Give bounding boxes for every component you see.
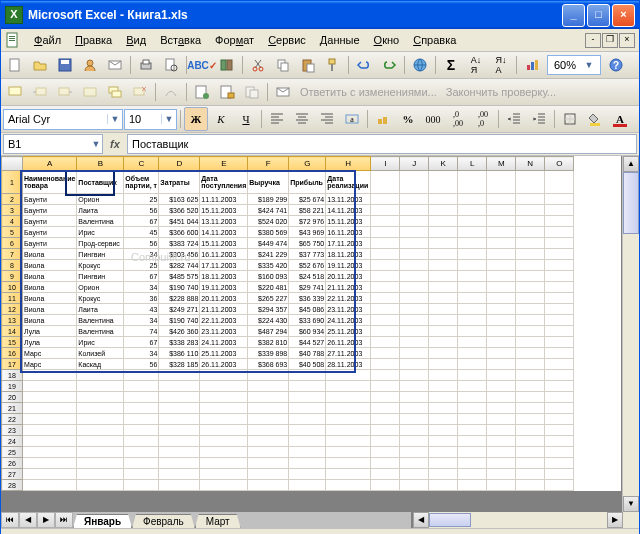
align-center-icon[interactable] bbox=[290, 107, 314, 131]
cell[interactable] bbox=[248, 469, 289, 480]
borders-icon[interactable] bbox=[558, 107, 582, 131]
cell[interactable] bbox=[487, 403, 516, 414]
row-header[interactable]: 24 bbox=[2, 436, 23, 447]
cell[interactable]: $160 093 bbox=[248, 271, 289, 282]
cell[interactable]: Марс bbox=[23, 348, 77, 359]
cell[interactable] bbox=[516, 315, 545, 326]
cell[interactable] bbox=[458, 403, 487, 414]
cell[interactable] bbox=[516, 337, 545, 348]
cell[interactable] bbox=[458, 304, 487, 315]
cell[interactable]: $265 227 bbox=[248, 293, 289, 304]
cell[interactable] bbox=[545, 304, 574, 315]
cell[interactable] bbox=[248, 480, 289, 491]
menu-window[interactable]: Окно bbox=[367, 32, 407, 48]
cell[interactable] bbox=[516, 480, 545, 491]
new-icon[interactable] bbox=[3, 53, 27, 77]
scroll-up-icon[interactable]: ▲ bbox=[623, 156, 639, 172]
cell[interactable] bbox=[516, 403, 545, 414]
cell[interactable]: 34 bbox=[124, 348, 159, 359]
cell[interactable]: $241 229 bbox=[248, 249, 289, 260]
cell[interactable] bbox=[371, 370, 400, 381]
cell[interactable] bbox=[159, 425, 200, 436]
row-header[interactable]: 15 bbox=[2, 337, 23, 348]
cell[interactable] bbox=[429, 282, 458, 293]
row-header[interactable]: 26 bbox=[2, 458, 23, 469]
cell[interactable] bbox=[23, 458, 77, 469]
row-header[interactable]: 20 bbox=[2, 392, 23, 403]
cell[interactable] bbox=[77, 381, 124, 392]
cell[interactable] bbox=[429, 447, 458, 458]
format-painter-icon[interactable] bbox=[321, 53, 345, 77]
cell[interactable]: Орион bbox=[77, 282, 124, 293]
col-header-M[interactable]: M bbox=[487, 157, 516, 171]
cell[interactable] bbox=[248, 370, 289, 381]
cell[interactable]: 27.11.2003 bbox=[326, 348, 371, 359]
sort-asc-icon[interactable]: А↓Я bbox=[464, 53, 488, 77]
research-icon[interactable] bbox=[215, 53, 239, 77]
cell[interactable] bbox=[124, 458, 159, 469]
cell[interactable]: 36 bbox=[124, 293, 159, 304]
cell[interactable] bbox=[545, 326, 574, 337]
col-header-H[interactable]: H bbox=[326, 157, 371, 171]
cell[interactable] bbox=[159, 447, 200, 458]
cell[interactable] bbox=[289, 436, 326, 447]
row-header[interactable]: 1 bbox=[2, 171, 23, 194]
cell[interactable] bbox=[487, 227, 516, 238]
cell[interactable]: Виола bbox=[23, 249, 77, 260]
cell[interactable] bbox=[516, 447, 545, 458]
cell[interactable] bbox=[516, 216, 545, 227]
font-size-combo[interactable]: ▼ bbox=[124, 109, 177, 130]
cell[interactable]: $220 481 bbox=[248, 282, 289, 293]
cell[interactable]: Виола bbox=[23, 304, 77, 315]
cell[interactable]: 23.11.2003 bbox=[200, 326, 248, 337]
cell[interactable] bbox=[200, 436, 248, 447]
cell[interactable] bbox=[326, 480, 371, 491]
cell[interactable]: Баунти bbox=[23, 238, 77, 249]
cell[interactable] bbox=[400, 447, 429, 458]
cell[interactable] bbox=[159, 403, 200, 414]
cell[interactable] bbox=[545, 205, 574, 216]
share-workbook-icon[interactable] bbox=[240, 80, 264, 104]
cell[interactable] bbox=[545, 194, 574, 205]
row-header[interactable]: 17 bbox=[2, 359, 23, 370]
cell[interactable] bbox=[124, 425, 159, 436]
cell[interactable] bbox=[516, 271, 545, 282]
sort-desc-icon[interactable]: Я↓А bbox=[489, 53, 513, 77]
cell[interactable] bbox=[371, 205, 400, 216]
row-header[interactable]: 7 bbox=[2, 249, 23, 260]
cell[interactable]: 17.11.2003 bbox=[200, 260, 248, 271]
cell[interactable] bbox=[487, 469, 516, 480]
cell[interactable] bbox=[429, 348, 458, 359]
cell[interactable] bbox=[545, 447, 574, 458]
cell[interactable]: $328 185 bbox=[159, 359, 200, 370]
cell[interactable] bbox=[248, 403, 289, 414]
cell[interactable] bbox=[371, 293, 400, 304]
cell[interactable] bbox=[429, 238, 458, 249]
cell[interactable]: 56 bbox=[124, 359, 159, 370]
cell[interactable]: 56 bbox=[124, 238, 159, 249]
cell[interactable]: Лаита bbox=[77, 304, 124, 315]
cell[interactable] bbox=[516, 392, 545, 403]
menu-insert[interactable]: Вставка bbox=[153, 32, 208, 48]
cell[interactable]: $33 690 bbox=[289, 315, 326, 326]
cell[interactable] bbox=[23, 392, 77, 403]
menu-tools[interactable]: Сервис bbox=[261, 32, 313, 48]
cell[interactable] bbox=[77, 425, 124, 436]
cell[interactable] bbox=[487, 337, 516, 348]
cell[interactable]: $366 600 bbox=[159, 227, 200, 238]
cell[interactable] bbox=[487, 425, 516, 436]
cell[interactable] bbox=[326, 425, 371, 436]
cell[interactable] bbox=[458, 293, 487, 304]
cell[interactable]: $451 044 bbox=[159, 216, 200, 227]
cell[interactable] bbox=[516, 359, 545, 370]
header-cell[interactable]: Дата реализации bbox=[326, 171, 371, 194]
cell[interactable] bbox=[23, 469, 77, 480]
zoom-combo[interactable]: 60%▼ bbox=[547, 55, 601, 75]
cell[interactable]: $282 744 bbox=[159, 260, 200, 271]
cell[interactable] bbox=[487, 458, 516, 469]
cell[interactable] bbox=[248, 436, 289, 447]
help-icon[interactable]: ? bbox=[604, 53, 628, 77]
cell[interactable]: 13.11.2003 bbox=[326, 194, 371, 205]
scroll-right-icon[interactable]: ▶ bbox=[607, 512, 623, 528]
cell[interactable]: $60 934 bbox=[289, 326, 326, 337]
